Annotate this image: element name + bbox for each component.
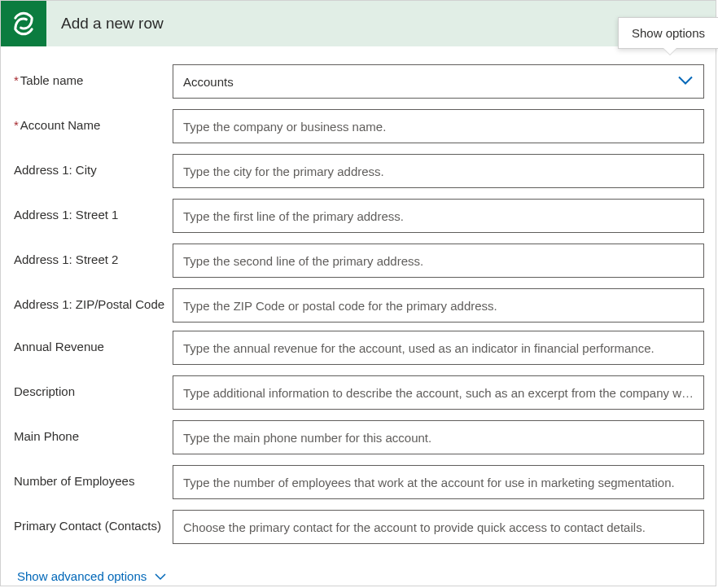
row-annual-revenue: Annual Revenue <box>14 331 707 365</box>
page-title: Add a new row <box>46 15 164 33</box>
account-name-input[interactable] <box>173 109 704 143</box>
chevron-down-icon <box>155 573 166 581</box>
description-input[interactable] <box>173 375 704 410</box>
table-name-value: Accounts <box>183 75 234 89</box>
show-advanced-options-link[interactable]: Show advanced options <box>17 569 166 583</box>
address-zip-input[interactable] <box>173 288 704 323</box>
label-address-city: Address 1: City <box>14 154 173 178</box>
chevron-down-icon <box>677 75 694 89</box>
row-primary-contact: Primary Contact (Contacts) <box>14 510 707 544</box>
label-address-street2: Address 1: Street 2 <box>14 244 173 268</box>
dataverse-icon <box>1 1 46 46</box>
address-street2-input[interactable] <box>173 244 704 278</box>
label-table-name: *Table name <box>14 64 173 89</box>
label-main-phone: Main Phone <box>14 420 173 445</box>
label-description: Description <box>14 375 173 400</box>
advanced-options-label: Show advanced options <box>17 569 147 583</box>
row-number-employees: Number of Employees <box>14 465 707 499</box>
table-name-dropdown[interactable]: Accounts <box>173 64 704 99</box>
annual-revenue-input[interactable] <box>173 331 704 365</box>
row-address-zip: Address 1: ZIP/Postal Code <box>14 288 707 323</box>
row-main-phone: Main Phone <box>14 420 707 454</box>
row-address-street1: Address 1: Street 1 <box>14 199 707 233</box>
row-address-city: Address 1: City <box>14 154 707 188</box>
label-address-zip: Address 1: ZIP/Postal Code <box>14 288 173 313</box>
row-table-name: *Table name Accounts <box>14 64 707 99</box>
show-options-tooltip[interactable]: Show options <box>618 17 718 49</box>
header: Add a new row <box>1 1 716 46</box>
row-description: Description <box>14 375 707 410</box>
show-options-label: Show options <box>632 26 705 40</box>
form-body: *Table name Accounts *Account Name Addre… <box>1 46 716 583</box>
label-annual-revenue: Annual Revenue <box>14 331 173 355</box>
number-employees-input[interactable] <box>173 465 704 499</box>
row-address-street2: Address 1: Street 2 <box>14 244 707 278</box>
label-account-name: *Account Name <box>14 109 173 134</box>
primary-contact-input[interactable] <box>173 510 704 544</box>
label-primary-contact: Primary Contact (Contacts) <box>14 510 173 534</box>
address-street1-input[interactable] <box>173 199 704 233</box>
row-account-name: *Account Name <box>14 109 707 143</box>
address-city-input[interactable] <box>173 154 704 188</box>
required-asterisk: * <box>14 73 19 87</box>
label-address-street1: Address 1: Street 1 <box>14 199 173 223</box>
main-phone-input[interactable] <box>173 420 704 454</box>
label-number-employees: Number of Employees <box>14 465 173 489</box>
required-asterisk: * <box>14 118 19 132</box>
